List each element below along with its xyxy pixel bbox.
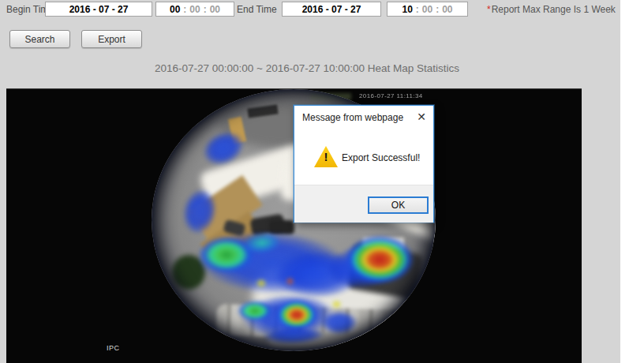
time-separator: : xyxy=(200,4,210,15)
begin-minute[interactable]: 00 xyxy=(189,4,200,15)
heat-map-statistics-page: Begin Time 2016 - 07 - 27 00 : 00 : 00 E… xyxy=(0,0,644,363)
dialog-footer: OK xyxy=(294,185,433,223)
search-button[interactable]: Search xyxy=(9,30,70,48)
required-asterisk: * xyxy=(487,4,491,15)
dialog-titlebar[interactable]: Message from webpage ✕ xyxy=(294,106,433,128)
export-button[interactable]: Export xyxy=(81,30,142,48)
begin-hour[interactable]: 00 xyxy=(170,4,180,15)
begin-second[interactable]: 00 xyxy=(210,4,220,15)
begin-time-input[interactable]: 00 : 00 : 00 xyxy=(155,2,234,17)
time-separator: : xyxy=(432,4,442,15)
osd-timestamp: 2016-07-27 11:11:34 xyxy=(359,92,423,99)
begin-date-input[interactable]: 2016 - 07 - 27 xyxy=(45,2,152,17)
warning-exclamation: ! xyxy=(314,150,338,163)
dialog-message: Export Successful! xyxy=(342,152,420,163)
page-right-margin xyxy=(620,0,644,363)
device-label: IPC xyxy=(107,344,120,352)
end-date-input[interactable]: 2016 - 07 - 27 xyxy=(282,2,381,17)
end-time-label: End Time xyxy=(237,4,277,15)
time-separator: : xyxy=(180,4,189,15)
dialog-body: ! Export Successful! xyxy=(294,128,433,185)
max-range-note-text: Report Max Range Is 1 Week xyxy=(492,4,616,15)
max-range-note: *Report Max Range Is 1 Week xyxy=(487,4,616,15)
end-minute[interactable]: 00 xyxy=(422,4,432,15)
report-title: 2016-07-27 00:00:00 ~ 2016-07-27 10:00:0… xyxy=(0,62,614,74)
end-second[interactable]: 00 xyxy=(442,4,452,15)
dialog-title: Message from webpage xyxy=(302,112,403,123)
end-time-input[interactable]: 10 : 00 : 00 xyxy=(387,2,468,17)
time-separator: : xyxy=(413,4,422,15)
close-icon[interactable]: ✕ xyxy=(417,110,426,123)
end-hour[interactable]: 10 xyxy=(402,4,412,15)
message-dialog: Message from webpage ✕ ! Export Successf… xyxy=(294,105,434,223)
ok-button[interactable]: OK xyxy=(368,196,429,214)
